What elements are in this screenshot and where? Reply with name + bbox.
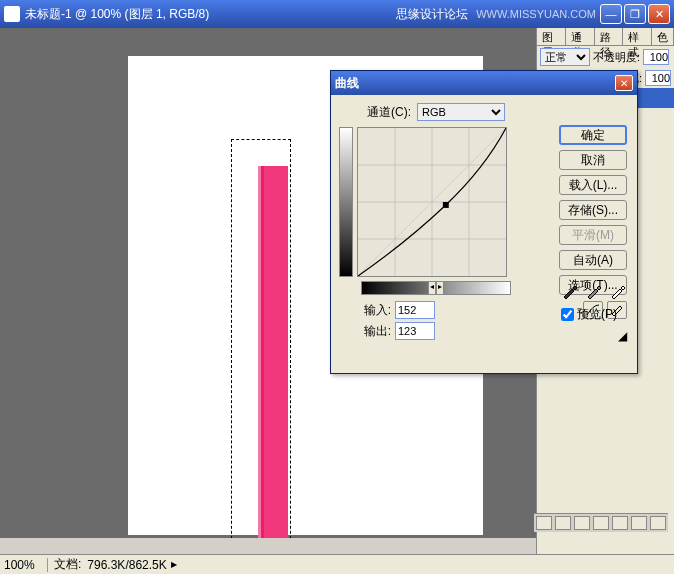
panel-bottom-icons [534, 513, 668, 532]
gradient-arrows[interactable]: ◂▸ [428, 281, 444, 295]
load-button[interactable]: 载入(L)... [559, 175, 627, 195]
watermark: WWW.MISSYUAN.COM [476, 8, 596, 20]
tab-styles[interactable]: 样式 [623, 28, 652, 45]
maximize-button[interactable]: ❐ [624, 4, 646, 24]
opacity-label: 不透明度: [593, 50, 640, 65]
main-titlebar: 未标题-1 @ 100% (图层 1, RGB/8) 思缘设计论坛 WWW.MI… [0, 0, 674, 28]
doc-size: 796.3K/862.5K [87, 558, 166, 572]
input-label: 输入: [359, 302, 391, 319]
document-title: 未标题-1 @ 100% (图层 1, RGB/8) [25, 6, 396, 23]
preview-checkbox[interactable] [561, 308, 574, 321]
curve-point[interactable] [443, 202, 449, 208]
save-button[interactable]: 存储(S)... [559, 200, 627, 220]
tab-color[interactable]: 色 [652, 28, 674, 45]
eyedropper-white-icon[interactable] [609, 284, 627, 300]
marquee-selection [231, 139, 291, 554]
app-icon [4, 6, 20, 22]
preview-label: 预览(P) [577, 306, 617, 323]
horizontal-scrollbar[interactable] [0, 538, 536, 554]
forum-text: 思缘设计论坛 [396, 6, 468, 23]
status-menu-icon[interactable]: ▶ [171, 560, 177, 569]
dialog-titlebar[interactable]: 曲线 ✕ [331, 71, 637, 95]
curves-dialog: 曲线 ✕ 通道(C): RGB ◂▸ [330, 70, 638, 374]
link-icon[interactable] [536, 516, 552, 530]
curve-graph[interactable] [357, 127, 507, 277]
adjustment-icon[interactable] [612, 516, 628, 530]
smooth-button: 平滑(M) [559, 225, 627, 245]
vertical-gradient [339, 127, 353, 277]
eyedropper-gray-icon[interactable] [585, 284, 603, 300]
trash-icon[interactable] [650, 516, 666, 530]
statusbar: 100% 文档: 796.3K/862.5K ▶ [0, 554, 674, 574]
curve-svg [358, 128, 506, 276]
blend-mode-select[interactable]: 正常 [540, 48, 590, 66]
tab-paths[interactable]: 路径 [595, 28, 624, 45]
zoom-level[interactable]: 100% [0, 558, 48, 572]
close-button[interactable]: ✕ [648, 4, 670, 24]
resize-grip-icon[interactable]: ◢ [618, 329, 627, 343]
dialog-title: 曲线 [335, 75, 615, 92]
minimize-button[interactable]: — [600, 4, 622, 24]
fx-icon[interactable] [555, 516, 571, 530]
doc-label: 文档: [48, 556, 87, 573]
tab-channels[interactable]: 通道 [566, 28, 595, 45]
output-value-field[interactable] [395, 322, 435, 340]
folder-icon[interactable] [593, 516, 609, 530]
auto-button[interactable]: 自动(A) [559, 250, 627, 270]
channel-select[interactable]: RGB [417, 103, 505, 121]
new-layer-icon[interactable] [631, 516, 647, 530]
horizontal-gradient: ◂▸ [361, 281, 511, 295]
ok-button[interactable]: 确定 [559, 125, 627, 145]
fill-input[interactable] [645, 70, 671, 86]
mask-icon[interactable] [574, 516, 590, 530]
tab-layers[interactable]: 图层 [537, 28, 566, 45]
dialog-close-button[interactable]: ✕ [615, 75, 633, 91]
channel-label: 通道(C): [367, 104, 411, 121]
panel-tabs: 图层 通道 路径 样式 色 [537, 28, 674, 46]
output-label: 输出: [359, 323, 391, 340]
cancel-button[interactable]: 取消 [559, 150, 627, 170]
input-value-field[interactable] [395, 301, 435, 319]
opacity-input[interactable] [643, 49, 669, 65]
eyedropper-black-icon[interactable] [561, 284, 579, 300]
